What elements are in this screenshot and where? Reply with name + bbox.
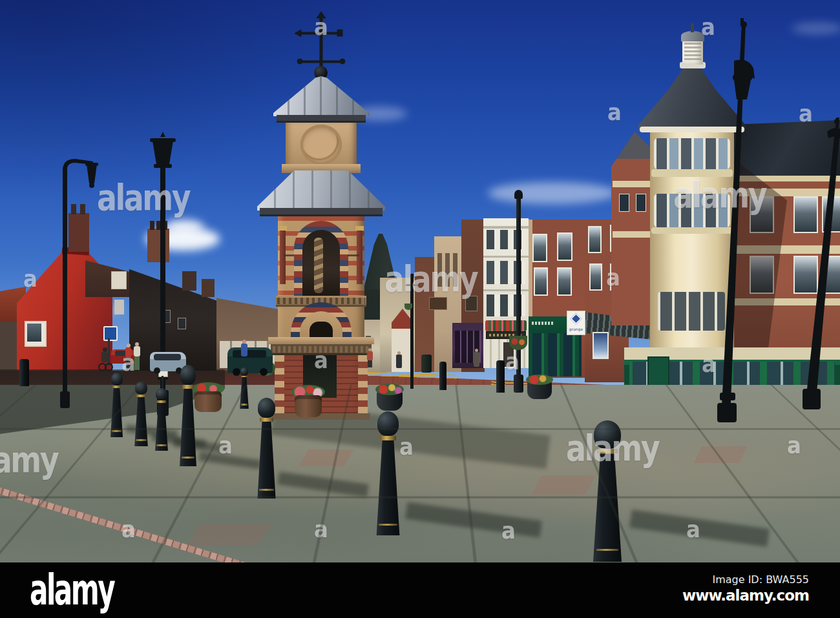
watermark-alamy: alamy <box>384 261 477 297</box>
bollard <box>238 367 250 409</box>
watermark-a: a <box>607 101 622 124</box>
hotel-cornice <box>483 256 529 258</box>
pink-slab <box>694 446 748 463</box>
bollard <box>255 398 278 499</box>
tower-colonette <box>357 230 362 284</box>
stone-band <box>613 231 653 238</box>
bollard <box>132 382 150 446</box>
cupola-finial <box>691 23 694 32</box>
bollard <box>177 365 199 466</box>
street-post <box>496 360 505 393</box>
clock-face <box>300 125 342 165</box>
small-window <box>636 194 646 212</box>
watermark-a: a <box>218 434 233 457</box>
litter-bin <box>421 355 432 373</box>
lamp-finial <box>514 190 523 199</box>
alamy-logo: alamy <box>30 569 114 612</box>
tower-inscription <box>348 254 359 256</box>
pedestrian <box>366 348 373 367</box>
pedestrian <box>396 351 403 368</box>
dormer-window <box>111 271 127 289</box>
sash-window <box>532 234 547 262</box>
watermark-a: a <box>314 15 328 39</box>
niche-sculpture <box>314 238 323 293</box>
tower-crown-cornice <box>268 337 374 344</box>
hanging-basket <box>404 304 412 310</box>
street-post <box>439 362 446 390</box>
stone-band <box>613 181 653 187</box>
colonette-capital <box>278 226 287 231</box>
watermark-a: a <box>314 349 328 372</box>
watermark-a: a <box>702 353 716 376</box>
cupola-louvres <box>684 43 701 62</box>
alamy-footer-bar: alamy Image ID: BWA555 www.alamy.com <box>0 562 840 618</box>
tower-colonette <box>280 230 286 284</box>
sash-window <box>557 267 572 296</box>
sash-window <box>589 263 602 291</box>
image-id-text: Image ID: BWA555 <box>712 573 809 586</box>
car-silver-windows <box>154 354 181 360</box>
watermark-a: a <box>399 435 414 458</box>
pink-slab <box>187 524 271 546</box>
bollard <box>109 373 125 437</box>
barrel-planter <box>295 395 322 417</box>
hotel-cornice <box>483 226 529 229</box>
fascia-lettering <box>532 322 554 325</box>
watermark-a: a <box>121 351 136 375</box>
terrace-chimney <box>202 279 215 297</box>
terrace-lit-window <box>114 300 124 314</box>
website-url: www.alamy.com <box>682 587 809 604</box>
watermark-alamy: alamy <box>566 430 658 466</box>
sash-window <box>588 226 602 253</box>
terrace-chimney <box>182 271 196 291</box>
grange-sign-label: grange <box>567 327 585 331</box>
cloud <box>792 23 840 34</box>
watermark-a: a <box>505 350 520 373</box>
hotel-cornice <box>483 289 529 291</box>
watermark-a: a <box>314 518 328 541</box>
bollard-small <box>19 359 29 386</box>
stock-photo-page: grange <box>0 0 840 618</box>
tower-top-eaves <box>277 115 366 123</box>
watermark-alamy: alamy <box>673 177 766 213</box>
parking-sign <box>103 326 118 341</box>
blue-poster <box>593 332 609 359</box>
sash-window <box>557 232 572 261</box>
tower-inscription <box>284 254 294 256</box>
red-building-window-panes <box>27 324 41 342</box>
watermark-a: a <box>501 519 516 542</box>
pedestrian <box>240 340 248 356</box>
small-window <box>619 194 629 212</box>
pedestrian <box>474 349 480 367</box>
watermark-a: a <box>606 266 620 289</box>
cyclist <box>98 347 111 373</box>
watermark-a: a <box>787 434 801 457</box>
cloud <box>488 182 617 204</box>
watermark-alamy: alamy <box>0 442 58 478</box>
lamp-base <box>514 375 523 393</box>
tower-mid-eaves <box>260 208 383 216</box>
tower-plinth <box>272 413 370 420</box>
street-lamp-turret-icon <box>708 18 764 422</box>
watermark-a: a <box>23 267 37 291</box>
street-lamp-far-right-icon <box>799 118 840 409</box>
watermark-a: a <box>701 15 715 39</box>
back-gable-building <box>611 132 654 325</box>
grange-diamond-icon <box>570 313 582 324</box>
watermark-a: a <box>121 518 136 541</box>
wheel <box>260 368 268 376</box>
colonette-capital <box>355 226 364 231</box>
green-shopfront-glass <box>529 333 582 376</box>
bollard <box>153 388 170 451</box>
sash-window <box>534 267 548 296</box>
pink-slab <box>531 475 596 495</box>
urn-flowers <box>526 375 553 385</box>
watermark-a: a <box>799 102 813 125</box>
grange-sign: grange <box>567 311 585 335</box>
watermark-a: a <box>686 518 700 541</box>
watermark-alamy: alamy <box>97 180 189 216</box>
bollard <box>373 411 403 535</box>
urn-flowers <box>375 384 404 395</box>
wheel <box>154 367 160 374</box>
car-dark-windows <box>233 350 266 358</box>
